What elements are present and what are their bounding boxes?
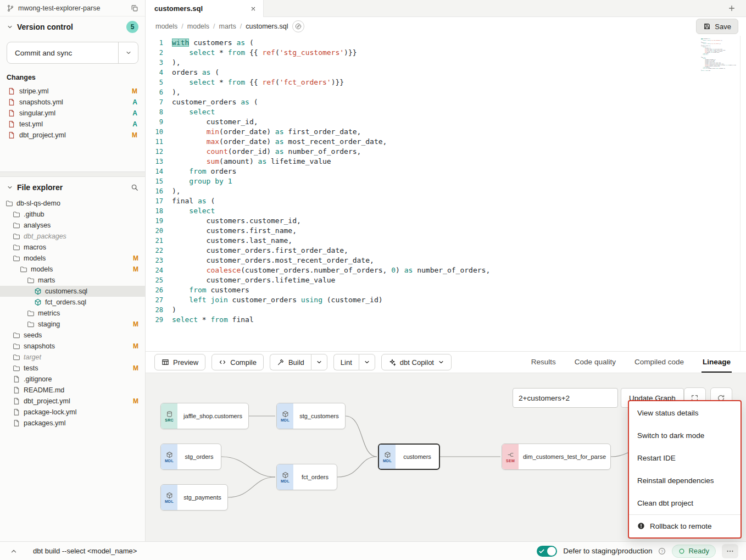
- tree-item-label: macros: [24, 243, 46, 251]
- tree-item-db-sl-qs-demo[interactable]: db-sl-qs-demo: [0, 198, 145, 209]
- command-input-text[interactable]: dbt build --select <model_name>: [33, 547, 137, 555]
- search-icon[interactable]: [131, 184, 138, 191]
- breadcrumb-item-models[interactable]: models: [187, 23, 209, 30]
- code-line: 16),: [146, 186, 746, 196]
- tab-compiled-code[interactable]: Compiled code: [633, 352, 685, 373]
- save-button[interactable]: Save: [696, 19, 738, 34]
- tab-lineage[interactable]: Lineage: [702, 352, 732, 373]
- more-options-button[interactable]: [722, 544, 738, 558]
- tree-item-gitignore[interactable]: .gitignore: [0, 374, 145, 385]
- tree-item-readme-md[interactable]: README.md: [0, 385, 145, 396]
- lint-button[interactable]: Lint: [333, 354, 359, 370]
- code-line: 23 customer_orders.most_recent_order_dat…: [146, 256, 746, 265]
- change-file-test-yml[interactable]: test.ymlA: [0, 119, 145, 130]
- tree-item-macros[interactable]: macros: [0, 242, 145, 253]
- lineage-filter-input[interactable]: [513, 388, 618, 408]
- defer-toggle[interactable]: [537, 546, 557, 557]
- code-line: 26 from customers: [146, 285, 746, 295]
- commit-options-button[interactable]: [118, 42, 138, 63]
- code-text: customer_orders.most_recent_order_date,: [172, 256, 746, 265]
- breadcrumb-item-customers-sql[interactable]: customers.sql: [246, 23, 288, 30]
- tree-item-fct-orders-sql[interactable]: fct_orders.sql: [0, 297, 145, 308]
- tree-item-label: tests: [24, 364, 38, 372]
- change-file-snapshots-yml[interactable]: snapshots.ymlA: [0, 97, 145, 108]
- code-line: 20 customers.first_name,: [146, 226, 746, 236]
- line-number: 13: [146, 157, 172, 167]
- tree-item-staging[interactable]: stagingM: [0, 319, 145, 330]
- change-file-singular-yml[interactable]: singular.ymlA: [0, 108, 145, 119]
- code-line: 29select * from final: [146, 315, 746, 325]
- menu-item-switch-to-dark-mode[interactable]: Switch to dark mode: [629, 424, 741, 447]
- copy-branch-icon[interactable]: [131, 4, 138, 12]
- node-type-label: MDL: [281, 479, 290, 483]
- commit-row: Commit and sync: [0, 37, 145, 71]
- line-number: 15: [146, 176, 172, 186]
- tree-item-models[interactable]: modelsM: [0, 253, 145, 264]
- status-badge[interactable]: Ready: [672, 545, 716, 558]
- editor-scrollbar[interactable]: [740, 36, 746, 351]
- menu-item-clean-dbt-project[interactable]: Clean dbt project: [629, 492, 741, 514]
- tree-item-marts[interactable]: marts: [0, 275, 145, 286]
- tree-item-packages-yml[interactable]: packages.yml: [0, 418, 145, 429]
- lineage-edge: [221, 457, 275, 477]
- code-text: count(order_id) as number_of_orders,: [172, 147, 746, 157]
- tree-item-snapshots[interactable]: snapshotsM: [0, 341, 145, 352]
- build-options-button[interactable]: [311, 354, 327, 370]
- lineage-edge: [346, 416, 377, 457]
- code-editor[interactable]: 1with customers as (2 select * from {{ r…: [146, 36, 746, 351]
- tree-item-dbt-project-yml[interactable]: dbt_project.ymlM: [0, 396, 145, 407]
- section-divider[interactable]: [0, 171, 145, 177]
- compass-icon[interactable]: [292, 20, 304, 32]
- tree-item-target[interactable]: target: [0, 352, 145, 363]
- lineage-node-fct-orders[interactable]: MDLfct_orders: [276, 464, 337, 490]
- change-file-dbt-project-yml[interactable]: dbt_project.ymlM: [0, 130, 145, 141]
- tree-item-customers-sql[interactable]: customers.sql: [0, 286, 145, 297]
- menu-item-rollback-to-remote[interactable]: Rollback to remote: [629, 514, 741, 537]
- tree-item-seeds[interactable]: seeds: [0, 330, 145, 341]
- menu-item-view-status-details[interactable]: View status details: [629, 402, 741, 424]
- tree-item-metrics[interactable]: metrics: [0, 308, 145, 319]
- src-icon: [166, 411, 173, 418]
- tree-item-tests[interactable]: testsM: [0, 363, 145, 374]
- dbt-copilot-button[interactable]: dbt Copilot: [381, 354, 452, 370]
- tab-customers-sql[interactable]: customers.sql: [146, 0, 264, 17]
- lineage-node-stg-customers[interactable]: MDLstg_customers: [276, 403, 346, 429]
- node-type-label: SEM: [506, 459, 515, 463]
- tree-item-dbt-packages[interactable]: dbt_packages: [0, 231, 145, 242]
- breadcrumb-item-marts[interactable]: marts: [219, 23, 236, 30]
- expand-command-bar-button[interactable]: [8, 545, 20, 557]
- tab-title: customers.sql: [154, 4, 246, 13]
- line-number: 9: [146, 117, 172, 127]
- lineage-node-stg-orders[interactable]: MDLstg_orders: [160, 443, 221, 470]
- breadcrumb-item-models[interactable]: models: [155, 23, 177, 30]
- change-file-stripe-yml[interactable]: stripe.ymlM: [0, 86, 145, 97]
- tab-results[interactable]: Results: [530, 352, 557, 373]
- tree-item-package-lock-yml[interactable]: package-lock.yml: [0, 407, 145, 418]
- info-icon[interactable]: ?: [658, 547, 666, 555]
- code-text: ),: [172, 186, 746, 196]
- file-explorer-header[interactable]: File explorer: [0, 177, 145, 198]
- editor-minimap[interactable]: 1with customers as (2 select * from {{ r…: [701, 38, 736, 80]
- tree-item-analyses[interactable]: analyses: [0, 220, 145, 231]
- line-number: 28: [146, 305, 172, 315]
- lineage-node-customers[interactable]: MDLcustomers: [378, 443, 440, 470]
- menu-item-reinstall-dependencies[interactable]: Reinstall dependencies: [629, 469, 741, 492]
- lineage-node-dim-customers-test-for-parse[interactable]: SEMdim_customers_test_for_parse: [502, 443, 611, 470]
- lint-options-button[interactable]: [359, 354, 375, 370]
- new-tab-button[interactable]: [725, 2, 738, 15]
- breadcrumb: models/models/marts/customers.sql: [155, 23, 288, 30]
- tree-item-github[interactable]: .github: [0, 209, 145, 220]
- commit-and-sync-label[interactable]: Commit and sync: [7, 42, 118, 63]
- version-control-header[interactable]: Version control 5: [0, 16, 145, 37]
- close-tab-icon[interactable]: [250, 5, 257, 12]
- preview-button[interactable]: Preview: [154, 354, 205, 370]
- menu-item-restart-ide[interactable]: Restart IDE: [629, 447, 741, 469]
- build-button[interactable]: Build: [270, 354, 311, 370]
- tab-code-quality[interactable]: Code quality: [574, 352, 617, 373]
- line-number: 23: [146, 256, 172, 265]
- lineage-node-stg-payments[interactable]: MDLstg_payments: [160, 484, 228, 511]
- tree-item-models[interactable]: modelsM: [0, 264, 145, 275]
- compile-button[interactable]: Compile: [211, 354, 264, 370]
- lineage-node-jaffle-shop-customers[interactable]: SRCjaffle_shop.customers: [160, 403, 249, 429]
- commit-and-sync-button[interactable]: Commit and sync: [7, 42, 138, 64]
